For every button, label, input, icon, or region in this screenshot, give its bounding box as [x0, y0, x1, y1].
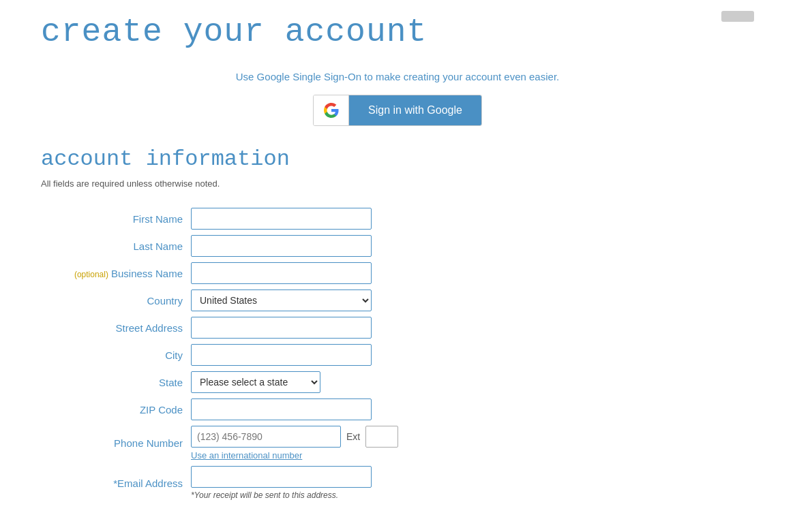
- country-select[interactable]: United States Canada United Kingdom Aust…: [191, 290, 372, 311]
- phone-row: Ext: [191, 426, 754, 448]
- table-row: First Name: [41, 208, 754, 230]
- table-row: ZIP Code: [41, 398, 754, 420]
- google-signin-button[interactable]: Sign in with Google: [313, 95, 482, 126]
- account-form: First Name Last Name (optional)Business …: [41, 202, 754, 505]
- required-note: All fields are required unless otherwise…: [41, 178, 754, 189]
- ext-label: Ext: [346, 431, 360, 442]
- email-receipt-note: *Your receipt will be sent to this addre…: [191, 490, 754, 500]
- table-row: City: [41, 344, 754, 366]
- table-row: (optional)Business Name: [41, 262, 754, 284]
- business-name-label: Business Name: [111, 268, 183, 279]
- city-label: City: [165, 349, 183, 361]
- google-icon: [314, 95, 349, 125]
- first-name-input[interactable]: [191, 208, 372, 230]
- table-row: Country United States Canada United King…: [41, 290, 754, 311]
- top-action-button[interactable]: [721, 11, 754, 22]
- country-label: Country: [147, 295, 183, 307]
- last-name-label: Last Name: [133, 240, 183, 252]
- table-row: *Email Address *Your receipt will be sen…: [41, 466, 754, 500]
- table-row: Phone Number Ext Use an international nu…: [41, 426, 754, 460]
- street-address-label: Street Address: [116, 322, 183, 334]
- email-input[interactable]: [191, 466, 372, 488]
- state-select[interactable]: Please select a state Alabama Alaska Ari…: [191, 371, 320, 393]
- phone-number-label: Phone Number: [114, 437, 183, 449]
- optional-tag: (optional): [74, 270, 108, 279]
- intl-number-link[interactable]: Use an international number: [191, 450, 754, 460]
- city-input[interactable]: [191, 344, 372, 366]
- table-row: Street Address: [41, 317, 754, 339]
- section-title-account-info: account information: [41, 146, 754, 172]
- google-sso-text: Use Google Single Sign-On to make creati…: [41, 71, 754, 82]
- google-sso-section: Use Google Single Sign-On to make creati…: [41, 71, 754, 126]
- table-row: Last Name: [41, 235, 754, 257]
- ext-input[interactable]: [365, 426, 398, 448]
- first-name-label: First Name: [133, 213, 183, 225]
- google-signin-label: Sign in with Google: [349, 95, 481, 125]
- table-row: State Please select a state Alabama Alas…: [41, 371, 754, 393]
- last-name-input[interactable]: [191, 235, 372, 257]
- business-name-input[interactable]: [191, 262, 372, 284]
- state-label: State: [159, 377, 183, 388]
- zip-code-label: ZIP Code: [140, 404, 183, 416]
- phone-number-input[interactable]: [191, 426, 341, 448]
- email-label: *Email Address: [113, 478, 183, 489]
- zip-code-input[interactable]: [191, 398, 372, 420]
- street-address-input[interactable]: [191, 317, 372, 339]
- page-title: create your account: [41, 14, 754, 50]
